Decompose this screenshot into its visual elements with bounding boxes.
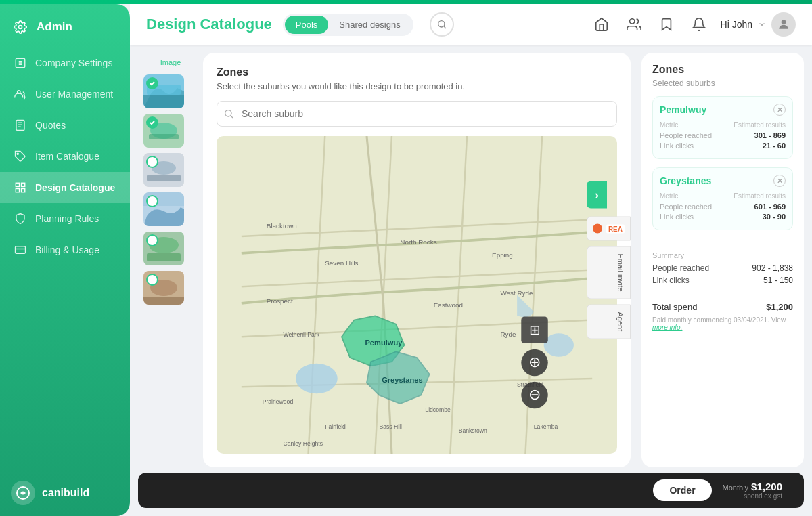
bell-icon[interactable] [688, 14, 710, 35]
users-icon [14, 87, 27, 101]
admin-label: Admin [37, 20, 72, 34]
order-button[interactable]: Order [653, 479, 711, 501]
sidebar-bottom: canibuild [0, 470, 130, 516]
svg-rect-3 [16, 121, 24, 131]
thumb-3[interactable] [143, 153, 184, 187]
sidebar-item-design-catalogue[interactable]: Design Catalogue [0, 172, 130, 203]
tab-pools[interactable]: Pools [285, 16, 329, 34]
bookmark-icon[interactable] [656, 14, 677, 35]
sidebar-item-item-catalogue[interactable]: Item Catalogue [0, 141, 130, 172]
thumb-1[interactable] [143, 74, 184, 108]
summary-people-reached: People reached 902 - 1,838 [652, 263, 793, 273]
selected-suburbs-label: Selected suburbs [652, 79, 793, 88]
svg-rect-5 [16, 183, 19, 186]
estimated-header-greystanes: Estimated results [734, 192, 786, 200]
svg-text:Bass Hill: Bass Hill [379, 423, 402, 430]
svg-point-42 [544, 333, 574, 357]
suburb-card-greystanes: Greystanes ✕ Metric Estimated results Pe… [652, 167, 793, 230]
spend-gst-label: spend ex gst [723, 492, 782, 500]
contacts-icon[interactable] [623, 14, 645, 35]
svg-text:Prairiewood: Prairiewood [263, 398, 294, 405]
svg-point-12 [629, 19, 634, 24]
sidebar-item-billing-usage[interactable]: Billing & Usage [0, 234, 130, 265]
svg-text:North Rocks: North Rocks [400, 238, 436, 246]
header-right: Hi John [591, 12, 796, 37]
suburb-search-wrap [217, 101, 617, 127]
svg-text:West Ryde: West Ryde [500, 289, 533, 297]
svg-text:Fairfield: Fairfield [325, 423, 346, 430]
side-tabs: › REA Email invite Agent [587, 181, 631, 339]
thumb-check-1 [146, 77, 158, 89]
greystanes-people-reached-val: 601 - 969 [754, 202, 786, 211]
monthly-amount: $1,200 [751, 481, 782, 492]
thumb-4[interactable] [143, 192, 184, 226]
estimated-header-pemulwuy: Estimated results [734, 121, 786, 129]
right-panel: Zones Selected suburbs Pemulwuy ✕ Metric… [641, 53, 804, 467]
page-title: Design Catalogue [146, 16, 272, 33]
user-area[interactable]: Hi John [721, 12, 796, 37]
side-tab-email-invite[interactable]: Email invite [587, 246, 631, 299]
svg-text:Canley Heights: Canley Heights [284, 440, 323, 447]
sidebar-item-planning-rules[interactable]: Planning Rules [0, 203, 130, 234]
svg-text:Wetherill Park: Wetherill Park [284, 331, 320, 338]
suburb-close-pemulwuy[interactable]: ✕ [773, 104, 786, 116]
image-label: Image [143, 58, 198, 66]
header-search-button[interactable] [430, 12, 454, 37]
total-spend-row: Total spend $1,200 [652, 302, 793, 312]
expand-tab-arrow[interactable]: › [587, 181, 607, 209]
sidebar-item-company-settings[interactable]: Company Settings [0, 47, 130, 79]
greystanes-people-reached-row: People reached 601 - 969 [660, 202, 786, 211]
order-bar-spacer [652, 448, 793, 456]
thumb-5[interactable] [143, 232, 184, 265]
home-icon[interactable] [591, 14, 612, 35]
suburb-close-greystanes[interactable]: ✕ [773, 175, 786, 187]
pemulwuy-people-reached-val: 301 - 869 [754, 131, 786, 139]
metric-header-greystanes: Metric [660, 192, 678, 200]
sidebar-item-quotes[interactable]: Quotes [0, 110, 130, 141]
thumb-check-2 [146, 116, 158, 129]
suburb-search-input[interactable] [217, 101, 617, 127]
sidebar-item-user-management[interactable]: User Management [0, 79, 130, 110]
monthly-spend-area: Monthly $1,200 spend ex gst [712, 481, 793, 500]
tab-shared-designs[interactable]: Shared designs [328, 16, 411, 34]
brand-logo [11, 481, 35, 505]
svg-rect-6 [22, 183, 25, 186]
svg-text:Epping: Epping [492, 251, 513, 259]
svg-rect-27 [147, 253, 181, 261]
right-panel-title: Zones [652, 64, 793, 76]
svg-text:⊖: ⊖ [528, 386, 541, 403]
total-spend-label: Total spend [652, 302, 698, 312]
svg-text:Seven Hills: Seven Hills [325, 259, 358, 267]
side-tab-rea[interactable]: REA [587, 217, 631, 241]
zones-subtitle: Select the suburbs you would like this d… [217, 81, 617, 91]
svg-text:Prospect: Prospect [267, 297, 293, 305]
top-header: Design Catalogue Pools Shared designs [130, 4, 812, 45]
svg-point-11 [438, 21, 444, 27]
credit-card-icon [14, 243, 27, 257]
svg-point-0 [19, 26, 22, 29]
svg-text:Ryde: Ryde [500, 330, 516, 338]
side-tab-agent[interactable]: Agent [587, 305, 631, 339]
thumb-6[interactable] [143, 271, 184, 305]
order-bar: Order Monthly $1,200 spend ex gst [138, 473, 804, 508]
suburb-search-icon [223, 108, 234, 119]
total-spend-value: $1,200 [766, 302, 793, 312]
suburb-name-pemulwuy: Pemulwuy [660, 104, 706, 115]
building-icon [14, 56, 27, 70]
svg-rect-19 [149, 134, 179, 139]
thumb-2[interactable] [143, 114, 184, 148]
svg-point-41 [296, 364, 338, 393]
svg-text:Blacktown: Blacktown [267, 222, 297, 230]
thumb-check-empty-3 [146, 156, 158, 168]
map-svg: Pemulwuy Greystanes Blacktown Seven Hill… [217, 136, 617, 454]
page-title-area: Design Catalogue Pools Shared designs [146, 12, 454, 37]
more-info-link[interactable]: more info. [652, 324, 682, 331]
svg-rect-22 [147, 175, 181, 181]
shield-icon [14, 212, 27, 225]
pemulwuy-people-reached-row: People reached 301 - 869 [660, 131, 786, 139]
greystanes-link-clicks-row: Link clicks 30 - 90 [660, 213, 786, 221]
rea-label: REA [606, 224, 625, 233]
zones-modal: Zones Select the suburbs you would like … [203, 53, 631, 467]
user-greeting: Hi John [721, 19, 752, 30]
total-spend-section: Total spend $1,200 Paid monthly commenci… [652, 295, 793, 331]
